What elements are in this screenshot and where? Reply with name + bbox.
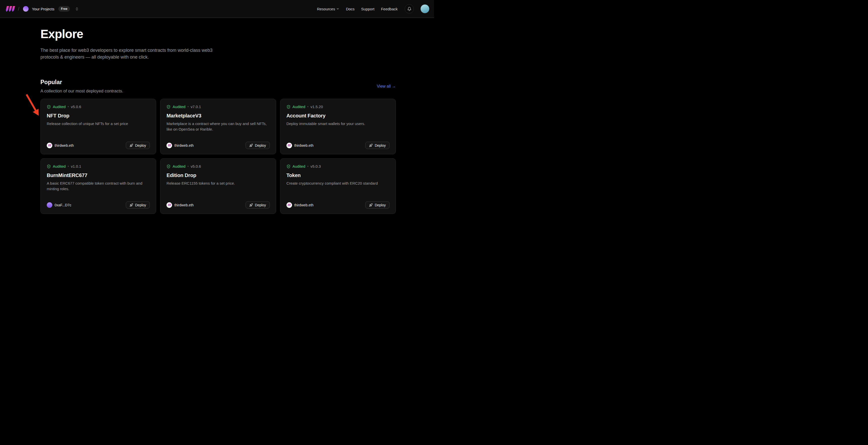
contract-card[interactable]: Audited • v1.5.20 Account Factory Deploy… [280,99,396,154]
user-avatar[interactable] [421,4,430,13]
deploy-label: Deploy [135,144,146,148]
contract-card[interactable]: Audited • v1.0.1 BurnMintERC677 A basic … [40,158,156,214]
publisher-avatar [286,143,292,148]
deploy-label: Deploy [255,203,266,207]
rocket-icon [130,203,133,207]
top-navbar: / Your Projects Free Resources Docs Supp… [0,0,434,18]
explore-page: Explore The best place for web3 develope… [40,18,396,214]
deploy-button[interactable]: Deploy [246,142,270,149]
nav-support[interactable]: Support [361,7,375,11]
contract-description: Create cryptocurrency compliant with ERC… [286,181,390,186]
contract-version: v5.0.6 [71,104,81,109]
audited-label: Audited [292,104,305,109]
deploy-button[interactable]: Deploy [126,201,150,209]
publisher[interactable]: thirdweb.eth [286,202,313,208]
publisher-avatar [47,202,52,208]
header-nav: Resources Docs Support Feedback [317,4,430,13]
hero: Explore The best place for web3 develope… [40,18,396,61]
deploy-label: Deploy [255,144,266,148]
audited-shield-icon [286,105,290,109]
rocket-icon [249,144,253,147]
publisher[interactable]: thirdweb.eth [166,202,193,208]
contract-title[interactable]: BurnMintERC677 [47,172,150,178]
publisher-name: 0xaF...D7c [55,203,71,207]
popular-title: Popular [40,79,123,86]
publisher-name: thirdweb.eth [55,144,74,148]
audited-shield-icon [47,105,51,109]
rocket-icon [369,203,373,207]
project-avatar[interactable] [23,6,29,11]
audited-label: Audited [53,164,66,168]
contract-card[interactable]: Audited • v5.0.6 NFT Drop Release collec… [40,99,156,154]
chevron-down-icon [336,7,339,10]
audited-label: Audited [173,104,185,109]
right-arrow-icon: → [392,84,396,88]
rocket-icon [130,144,133,147]
breadcrumb-separator: / [18,6,20,12]
publisher-name: thirdweb.eth [174,144,193,148]
contract-title[interactable]: NFT Drop [47,113,150,119]
dot-separator: • [307,164,309,168]
dot-separator: • [307,105,309,108]
project-name[interactable]: Your Projects [32,7,55,11]
deploy-button[interactable]: Deploy [365,201,390,209]
contract-card[interactable]: Audited • v7.0.1 MarketplaceV3 Marketpla… [160,99,276,154]
publisher-avatar [47,143,52,148]
audited-label: Audited [173,164,185,168]
breadcrumb: / Your Projects Free [6,6,79,12]
audited-shield-icon [286,164,290,168]
contract-description: Deploy immutable smart wallets for your … [286,121,390,127]
audited-label: Audited [53,104,66,109]
contract-version: v5.0.6 [191,164,201,168]
audited-label: Audited [292,164,305,168]
bell-icon [407,7,411,11]
publisher-name: thirdweb.eth [174,203,193,207]
deploy-label: Deploy [135,203,146,207]
publisher[interactable]: thirdweb.eth [166,143,193,148]
contract-card[interactable]: Audited • v5.0.3 Token Create cryptocurr… [280,158,396,214]
contract-version: v1.5.20 [310,104,323,109]
contract-title[interactable]: Edition Drop [166,172,270,178]
contract-version: v1.0.1 [71,164,81,168]
nav-docs[interactable]: Docs [346,7,354,11]
audited-shield-icon [166,105,170,109]
dot-separator: • [68,164,69,168]
thirdweb-logo-icon[interactable] [6,6,14,12]
publisher-name: thirdweb.eth [294,144,313,148]
contract-description: A basic ERC677 compatible token contract… [47,181,150,192]
popular-subtitle: A collection of our most deployed contra… [40,89,123,94]
dot-separator: • [68,105,69,108]
publisher[interactable]: 0xaF...D7c [47,202,71,208]
publisher-name: thirdweb.eth [294,203,313,207]
project-switcher-icon[interactable] [75,7,79,11]
page-subtitle: The best place for web3 developers to ex… [40,47,228,61]
deploy-button[interactable]: Deploy [365,142,390,149]
publisher-avatar [286,202,292,208]
rocket-icon [369,144,373,147]
publisher[interactable]: thirdweb.eth [47,143,74,148]
contract-title[interactable]: MarketplaceV3 [166,113,270,119]
nav-feedback[interactable]: Feedback [381,7,398,11]
publisher[interactable]: thirdweb.eth [286,143,313,148]
deploy-button[interactable]: Deploy [126,142,150,149]
contract-description: Release collection of unique NFTs for a … [47,121,150,127]
contract-version: v7.0.1 [191,104,201,109]
contract-description: Release ERC1155 tokens for a set price. [166,181,270,186]
deploy-button[interactable]: Deploy [246,201,270,209]
audited-shield-icon [47,164,51,168]
dot-separator: • [187,105,189,108]
plan-badge: Free [58,6,70,11]
publisher-avatar [166,143,172,148]
view-all-link[interactable]: View all → [377,84,396,89]
contract-title[interactable]: Account Factory [286,113,390,119]
deploy-label: Deploy [375,144,386,148]
nav-resources[interactable]: Resources [317,7,340,11]
audited-shield-icon [166,164,170,168]
contract-description: Marketplace is a contract where you can … [166,121,270,132]
contract-card[interactable]: Audited • v5.0.6 Edition Drop Release ER… [160,158,276,214]
notifications-button[interactable] [405,4,414,13]
contract-version: v5.0.3 [310,164,321,168]
dot-separator: • [187,164,189,168]
page-title: Explore [40,27,396,41]
contract-title[interactable]: Token [286,172,390,178]
